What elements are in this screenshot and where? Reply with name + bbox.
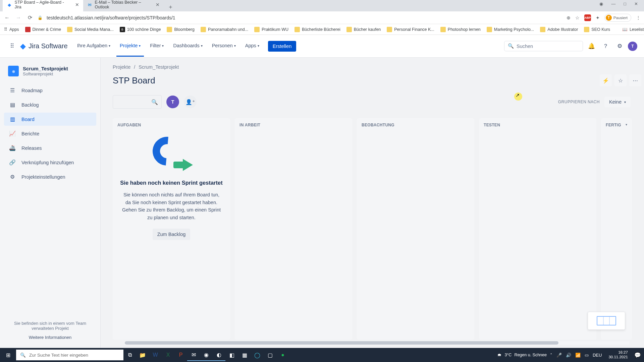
action-center-icon[interactable]: 💬 bbox=[631, 350, 644, 361]
nav-projects[interactable]: Projekte▾ bbox=[116, 36, 144, 57]
settings-icon[interactable]: ⚙ bbox=[614, 41, 625, 52]
mail-icon[interactable]: ✉ bbox=[187, 349, 200, 361]
tray-lang[interactable]: DEU bbox=[593, 353, 602, 358]
nav-people[interactable]: Personen▾ bbox=[209, 36, 239, 57]
spotify-icon[interactable]: ● bbox=[276, 350, 289, 360]
windows-search-input[interactable]: 🔍Zur Suche Text hier eingeben bbox=[16, 350, 123, 360]
nav-apps[interactable]: Apps▾ bbox=[242, 36, 263, 57]
powerpoint-icon[interactable]: P bbox=[174, 350, 187, 360]
bookmark-item[interactable]: Marketing Psycholo... bbox=[487, 27, 534, 32]
app-icon[interactable]: ◧ bbox=[225, 350, 238, 361]
tray-battery-icon[interactable]: ▭ bbox=[585, 353, 589, 358]
chevron-down-icon[interactable]: ▾ bbox=[626, 123, 627, 126]
board-column-in-progress[interactable]: IN ARBEIT bbox=[235, 118, 352, 340]
window-minimize-icon[interactable]: — bbox=[611, 1, 615, 6]
profile-pill[interactable]: T Pausiert bbox=[604, 14, 631, 22]
bookmark-apps[interactable]: ⠿Apps bbox=[4, 27, 19, 32]
sidebar-item-project-settings[interactable]: ⚙Projekteinstellungen bbox=[4, 170, 96, 183]
group-by-select[interactable]: Keine▾ bbox=[604, 97, 631, 107]
board-search-input[interactable]: 🔍 bbox=[113, 95, 162, 109]
notifications-icon[interactable]: 🔔 bbox=[586, 41, 597, 52]
window-close-icon[interactable]: ✕ bbox=[634, 1, 638, 6]
sidebar-item-board[interactable]: ▥Board bbox=[4, 113, 96, 126]
board-column-todo[interactable]: AUFGABEN Sie haben noch keinen Sprint ge… bbox=[113, 118, 230, 340]
nav-your-work[interactable]: Ihre Aufgaben▾ bbox=[74, 36, 114, 57]
project-header[interactable]: ⎈ Scrum_Testprojekt Softwareprojekt bbox=[4, 66, 96, 83]
tab-close-icon[interactable]: ✕ bbox=[75, 2, 79, 7]
breadcrumb-link[interactable]: Projekte bbox=[113, 64, 130, 70]
reading-list-button[interactable]: 📖Leseliste bbox=[622, 27, 644, 32]
chrome-menu-icon[interactable]: ⋮ bbox=[636, 15, 641, 20]
jira-logo[interactable]: ◆ Jira Software bbox=[20, 42, 68, 51]
horizontal-scrollbar[interactable] bbox=[125, 341, 629, 345]
address-bar[interactable]: testdeutsch1.atlassian.net/jira/software… bbox=[47, 15, 562, 20]
automation-icon[interactable]: ⚡ bbox=[600, 74, 612, 86]
chrome-icon[interactable]: ◉ bbox=[200, 349, 213, 361]
weather-widget[interactable]: 🌧 3°C Regen u. Schnee bbox=[497, 353, 547, 357]
browser-tab-inactive[interactable]: ✉ E-Mail – Tobias Becker – Outlook ✕ bbox=[83, 0, 164, 11]
bookmark-item[interactable]: Praktikum WU bbox=[254, 27, 288, 32]
abp-extension-icon[interactable]: ABP bbox=[584, 14, 591, 21]
bookmark-item[interactable]: Adobe Illustrator bbox=[540, 27, 578, 32]
app-icon[interactable]: ▦ bbox=[238, 350, 251, 361]
task-view-icon[interactable]: ⧉ bbox=[123, 350, 136, 360]
sidebar-item-reports[interactable]: 📈Berichte bbox=[4, 127, 96, 140]
bookmark-star-icon[interactable]: ☆ bbox=[575, 15, 580, 20]
board-column-done[interactable]: FERTIG▾ bbox=[601, 118, 632, 340]
bookmark-item[interactable]: Panoramabahn und... bbox=[201, 27, 248, 32]
lock-icon[interactable]: 🔒 bbox=[38, 15, 43, 20]
tab-close-icon[interactable]: ✕ bbox=[156, 2, 160, 7]
bookmark-item[interactable]: Dinner & Crime bbox=[25, 27, 61, 32]
board-column-review[interactable]: BEOBACHTUNG bbox=[357, 118, 474, 340]
bookmark-item[interactable]: Bloomberg bbox=[167, 27, 194, 32]
edge-icon[interactable]: ◯ bbox=[251, 350, 264, 361]
explorer-icon[interactable]: 📁 bbox=[136, 350, 149, 361]
more-actions-icon[interactable]: ⋯ bbox=[629, 74, 641, 86]
assignee-avatar[interactable]: T bbox=[166, 96, 179, 108]
tray-mic-icon[interactable]: 🎤 bbox=[556, 353, 562, 358]
nav-reload-icon[interactable]: ⟳ bbox=[26, 14, 34, 21]
star-icon[interactable]: ☆ bbox=[614, 74, 627, 86]
window-maximize-icon[interactable]: □ bbox=[624, 1, 626, 6]
bookmark-item[interactable]: SEO Kurs bbox=[584, 27, 610, 32]
nav-back-icon[interactable]: ← bbox=[3, 15, 11, 21]
go-to-backlog-button[interactable]: Zum Backlog bbox=[153, 229, 191, 240]
help-icon[interactable]: ？ bbox=[600, 41, 611, 52]
new-tab-button[interactable]: ＋ bbox=[166, 2, 175, 11]
bookmark-item[interactable]: Bücher kaufen bbox=[346, 27, 381, 32]
sidebar-item-backlog[interactable]: ▤Backlog bbox=[4, 98, 96, 111]
app-switcher-icon[interactable]: ⠿ bbox=[7, 41, 17, 52]
nav-dashboards[interactable]: Dashboards▾ bbox=[170, 36, 206, 57]
obs-icon[interactable]: ◐ bbox=[213, 349, 225, 361]
page-title[interactable]: STP Board bbox=[113, 75, 155, 86]
sidebar-item-roadmap[interactable]: ☰Roadmap bbox=[4, 84, 96, 97]
sidebar-item-add-link[interactable]: 🔗Verknüpfung hinzufügen bbox=[4, 156, 96, 169]
nav-filters[interactable]: Filter▾ bbox=[147, 36, 167, 57]
board-minimap-widget[interactable] bbox=[588, 312, 625, 330]
browser-tab-active[interactable]: ◆ STP Board – Agile-Board - Jira ✕ bbox=[3, 0, 83, 11]
add-people-button[interactable]: 👤⁺ bbox=[184, 96, 197, 108]
bookmark-item[interactable]: Photoshop lernen bbox=[440, 27, 481, 32]
bookmark-item[interactable]: Bücherliste Bücherei bbox=[294, 27, 340, 32]
sidebar-item-releases[interactable]: 🚢Releases bbox=[4, 141, 96, 155]
taskbar-clock[interactable]: 16:27 30.11.2021 bbox=[605, 350, 631, 360]
sidebar-footer-link[interactable]: Weitere Informationen bbox=[9, 335, 91, 340]
system-tray[interactable]: ˄ 🎤 🔊 📶 ▭ DEU bbox=[547, 353, 605, 358]
bookmark-item[interactable]: B100 schöne Dinge bbox=[120, 27, 161, 32]
bookmark-item[interactable]: Personal Finance K... bbox=[387, 27, 434, 32]
app-icon[interactable]: ▢ bbox=[264, 350, 276, 361]
zoom-icon[interactable]: ⊕ bbox=[567, 15, 571, 20]
create-button[interactable]: Erstellen bbox=[268, 41, 296, 52]
tray-chevron-icon[interactable]: ˄ bbox=[550, 353, 552, 358]
bookmark-item[interactable]: Social Media Mana... bbox=[67, 27, 114, 32]
user-avatar[interactable]: T bbox=[628, 42, 637, 51]
tray-volume-icon[interactable]: 🔊 bbox=[566, 353, 571, 358]
extensions-icon[interactable]: ✦ bbox=[596, 15, 600, 20]
excel-icon[interactable]: X bbox=[162, 350, 174, 360]
board-column-test[interactable]: TESTEN bbox=[479, 118, 596, 340]
tray-wifi-icon[interactable]: 📶 bbox=[575, 353, 581, 358]
word-icon[interactable]: W bbox=[149, 350, 162, 360]
start-button[interactable]: ⊞ bbox=[0, 352, 16, 358]
breadcrumb-link[interactable]: Scrum_Testprojekt bbox=[139, 64, 179, 70]
global-search-input[interactable]: 🔍 Suchen bbox=[504, 41, 583, 51]
